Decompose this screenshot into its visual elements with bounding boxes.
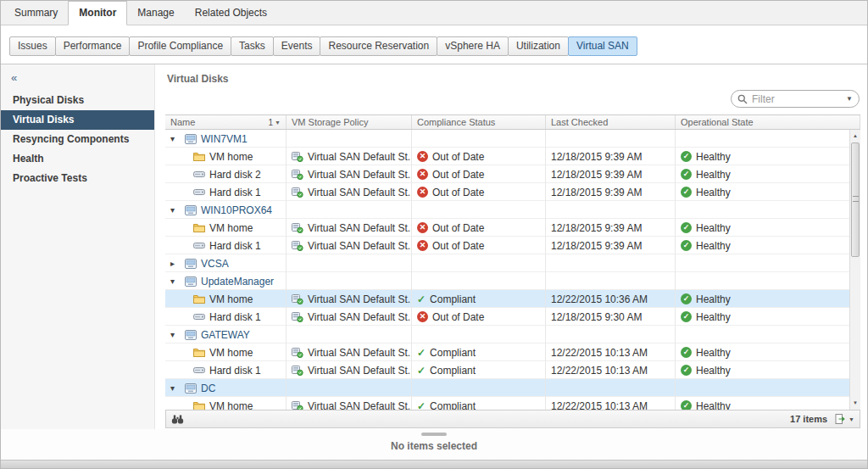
table-row[interactable]: VM homeVirtual SAN Default St...✓Complia… bbox=[165, 290, 860, 308]
op-state-cell: ✓Healthy bbox=[676, 237, 860, 254]
row-name: DC bbox=[201, 382, 215, 394]
subtab-issues[interactable]: Issues bbox=[9, 36, 56, 56]
policy-text: Virtual SAN Default St... bbox=[308, 240, 412, 252]
last-checked-text: 12/18/2015 9:39 AM bbox=[551, 240, 642, 252]
table-row[interactable]: ▾GATEWAY bbox=[165, 326, 860, 343]
name-cell: VM home bbox=[165, 148, 287, 165]
op-state-cell: ✓Healthy bbox=[676, 148, 860, 165]
scroll-down-icon[interactable]: ▼ bbox=[850, 398, 860, 409]
table-row[interactable]: Hard disk 1Virtual SAN Default St...✓Com… bbox=[165, 361, 860, 379]
table-row[interactable]: ▾WIN7VM1 bbox=[165, 130, 860, 148]
subtab-vsphere-ha[interactable]: vSphere HA bbox=[437, 36, 509, 56]
policy-text: Virtual SAN Default St... bbox=[308, 293, 412, 305]
filter-input[interactable] bbox=[752, 93, 842, 105]
error-icon: ✕ bbox=[417, 187, 428, 198]
policy-icon bbox=[292, 170, 303, 180]
scroll-thumb[interactable] bbox=[851, 142, 860, 257]
sidebar-item-physical-disks[interactable]: Physical Disks bbox=[1, 91, 154, 110]
policy-text: Virtual SAN Default St... bbox=[308, 187, 412, 198]
folder-icon bbox=[193, 401, 205, 410]
subtab-bar: IssuesPerformanceProfile ComplianceTasks… bbox=[1, 25, 867, 64]
table-row[interactable]: ▾WIN10PROX64 bbox=[165, 201, 860, 219]
disk-icon bbox=[193, 366, 205, 375]
tab-related-objects[interactable]: Related Objects bbox=[185, 2, 277, 25]
sidebar-item-virtual-disks[interactable]: Virtual Disks bbox=[1, 110, 154, 130]
subtab-tasks[interactable]: Tasks bbox=[231, 36, 274, 56]
compliance-cell: ✕Out of Date bbox=[412, 148, 546, 165]
policy-icon bbox=[292, 223, 303, 233]
export-button[interactable]: ▼ bbox=[835, 414, 854, 424]
table-row[interactable]: ▾UpdateManager bbox=[165, 272, 860, 290]
table-row[interactable]: ▾DC bbox=[165, 379, 860, 397]
table-row[interactable]: VM homeVirtual SAN Default St...✕Out of … bbox=[165, 148, 860, 165]
find-icon[interactable] bbox=[171, 415, 184, 424]
splitter-handle[interactable] bbox=[421, 433, 447, 436]
table-row[interactable]: VM homeVirtual SAN Default St...✕Out of … bbox=[165, 219, 860, 237]
sidebar-item-proactive-tests[interactable]: Proactive Tests bbox=[1, 169, 154, 188]
compliance-cell: ✕Out of Date bbox=[412, 219, 546, 237]
error-icon: ✕ bbox=[417, 240, 428, 251]
vm-icon bbox=[185, 330, 197, 340]
sidebar-item-health[interactable]: Health bbox=[1, 149, 154, 169]
tab-manage[interactable]: Manage bbox=[127, 2, 184, 25]
subtab-profile-compliance[interactable]: Profile Compliance bbox=[129, 36, 231, 56]
op-state-cell: ✓Healthy bbox=[676, 183, 860, 201]
subtab-utilization[interactable]: Utilization bbox=[508, 36, 569, 56]
name-cell: ▸VCSA bbox=[165, 254, 287, 272]
column-header-operational-state[interactable]: Operational State bbox=[676, 115, 860, 129]
table-row[interactable]: Hard disk 1Virtual SAN Default St...✕Out… bbox=[165, 308, 860, 326]
tab-monitor[interactable]: Monitor bbox=[68, 1, 127, 25]
table-row[interactable]: VM homeVirtual SAN Default St...✓Complia… bbox=[165, 343, 860, 361]
policy-cell: Virtual SAN Default St... bbox=[287, 183, 412, 201]
vsphere-client-window: SummaryMonitorManageRelated Objects Issu… bbox=[0, 0, 868, 469]
filter-box[interactable]: ▼ bbox=[731, 90, 860, 108]
column-header-last-checked[interactable]: Last Checked bbox=[546, 115, 676, 129]
column-header-vm-storage-policy[interactable]: VM Storage Policy bbox=[287, 115, 412, 129]
op-state-cell: ✓Healthy bbox=[676, 308, 860, 326]
subtab-events[interactable]: Events bbox=[273, 36, 321, 56]
chevron-down-icon[interactable]: ▾ bbox=[170, 276, 181, 286]
compliance-text: Out of Date bbox=[432, 169, 484, 181]
chevron-right-icon[interactable]: ▸ bbox=[170, 259, 181, 268]
op-state-text: Healthy bbox=[696, 311, 731, 323]
subtab-virtual-san[interactable]: Virtual SAN bbox=[568, 36, 637, 56]
table-row[interactable]: Hard disk 1Virtual SAN Default St...✕Out… bbox=[165, 183, 860, 201]
column-header-compliance-status[interactable]: Compliance Status bbox=[412, 115, 546, 129]
compliance-cell: ✓Compliant bbox=[412, 343, 546, 361]
policy-cell: Virtual SAN Default St... bbox=[287, 308, 412, 326]
table-row[interactable]: VM homeVirtual SAN Default St...✓Complia… bbox=[165, 397, 860, 410]
subtab-resource-reservation[interactable]: Resource Reservation bbox=[320, 36, 437, 56]
last-checked-cell: 12/22/2015 10:13 AM bbox=[546, 397, 676, 410]
compliance-text: Out of Date bbox=[432, 222, 484, 234]
column-header-name[interactable]: Name1▼ bbox=[165, 115, 287, 129]
sidebar-item-resyncing-components[interactable]: Resyncing Components bbox=[1, 130, 154, 149]
sidebar-collapse-button[interactable]: « bbox=[1, 70, 154, 91]
policy-cell bbox=[287, 130, 412, 148]
chevron-down-icon[interactable]: ▾ bbox=[170, 330, 181, 339]
table-scrollbar[interactable]: ▲ ▼ bbox=[849, 130, 860, 410]
table-row[interactable]: Hard disk 2Virtual SAN Default St...✕Out… bbox=[165, 165, 860, 183]
filter-dropdown-icon[interactable]: ▼ bbox=[846, 95, 853, 103]
policy-icon bbox=[292, 152, 303, 162]
op-state-cell: ✓Healthy bbox=[676, 343, 860, 361]
row-name: GATEWAY bbox=[201, 329, 250, 341]
last-checked-cell bbox=[546, 379, 676, 397]
table-row[interactable]: Hard disk 1Virtual SAN Default St...✕Out… bbox=[165, 237, 860, 254]
subtab-performance[interactable]: Performance bbox=[55, 36, 131, 56]
column-label: Compliance Status bbox=[417, 117, 495, 127]
vm-icon bbox=[185, 205, 197, 215]
name-cell: ▾UpdateManager bbox=[165, 272, 287, 290]
op-state-text: Healthy bbox=[696, 347, 731, 359]
chevron-down-icon[interactable]: ▾ bbox=[170, 134, 181, 143]
policy-cell: Virtual SAN Default St... bbox=[287, 343, 412, 361]
scroll-up-icon[interactable]: ▲ bbox=[850, 131, 860, 142]
chevron-down-icon[interactable]: ▾ bbox=[170, 383, 181, 393]
chevron-down-icon[interactable]: ▾ bbox=[170, 205, 181, 215]
sort-order-number: 1 bbox=[269, 118, 274, 127]
vm-icon bbox=[185, 383, 197, 394]
op-state-text: Healthy bbox=[696, 169, 731, 181]
policy-text: Virtual SAN Default St... bbox=[308, 151, 412, 163]
content-area: « Physical DisksVirtual DisksResyncing C… bbox=[1, 64, 867, 429]
tab-summary[interactable]: Summary bbox=[4, 2, 68, 25]
table-row[interactable]: ▸VCSA bbox=[165, 254, 860, 272]
